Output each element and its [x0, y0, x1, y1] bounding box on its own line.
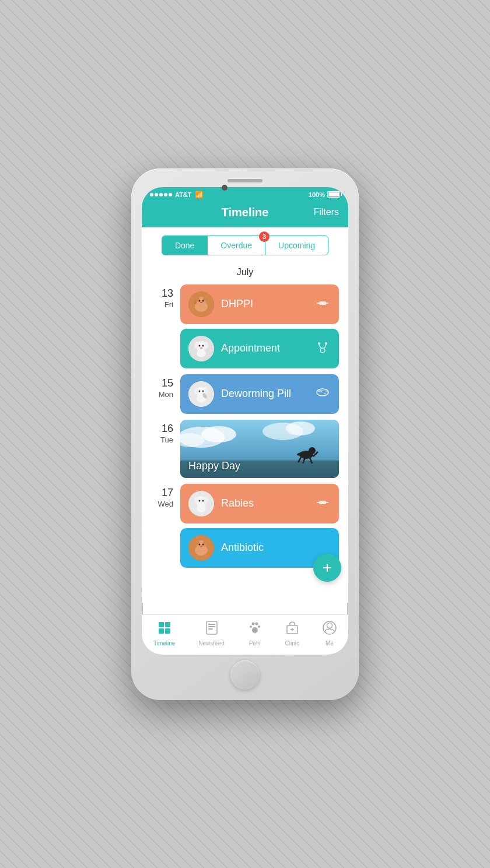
tab-done[interactable]: Done [162, 236, 207, 255]
grid-icon [158, 621, 172, 638]
svg-rect-72 [159, 628, 164, 634]
front-camera [222, 185, 228, 191]
phone-frame: AT&T 📶 100% Timeline Filters Done Overdu… [131, 168, 359, 700]
status-right: 100% [309, 191, 340, 198]
app-header: Timeline Filters [142, 201, 348, 227]
signal-bars [150, 193, 172, 196]
syringe-icon-2 [314, 494, 331, 514]
svg-point-25 [325, 342, 327, 345]
event-rabies[interactable]: Rabies [180, 484, 339, 523]
event-happyday[interactable]: Happy Day [180, 420, 339, 478]
date-17-wed: 17 Wed [151, 484, 180, 509]
svg-point-53 [194, 497, 199, 504]
person-icon [323, 621, 337, 638]
timeline-row-15: 15 Mon [151, 374, 339, 414]
svg-point-54 [204, 497, 208, 504]
svg-point-19 [199, 345, 201, 346]
event-deworming[interactable]: Deworming Pill [180, 374, 339, 414]
svg-point-42 [286, 421, 315, 435]
avatar-dog-white-appt [188, 336, 214, 361]
tab-upcoming[interactable]: Upcoming [265, 236, 328, 255]
nav-me[interactable]: Me [323, 621, 337, 646]
svg-point-86 [327, 623, 332, 628]
svg-point-21 [200, 347, 203, 349]
svg-rect-76 [208, 626, 215, 627]
events-13: DHPPI [180, 284, 339, 368]
status-left: AT&T 📶 [150, 191, 204, 199]
svg-rect-59 [326, 502, 328, 503]
svg-point-78 [251, 622, 254, 625]
svg-point-17 [194, 342, 199, 349]
svg-point-45 [309, 447, 316, 454]
svg-point-79 [255, 622, 258, 625]
svg-point-6 [202, 300, 204, 301]
event-dhppi-label: DHPPI [221, 298, 307, 310]
home-button[interactable] [230, 660, 260, 690]
bottom-nav: Timeline Newsfeed [142, 614, 348, 655]
nav-clinic[interactable]: Clinic [285, 621, 299, 646]
pill-icon [314, 384, 331, 404]
svg-rect-73 [165, 628, 170, 634]
svg-point-14 [322, 302, 324, 304]
svg-point-30 [199, 390, 201, 392]
nav-pets[interactable]: Pets [248, 621, 262, 646]
event-dhppi[interactable]: DHPPI [180, 284, 339, 324]
event-happyday-label: Happy Day [188, 460, 240, 472]
carrier-label: AT&T [175, 191, 192, 198]
tab-group: Done Overdue 3 Upcoming [162, 236, 328, 255]
svg-point-68 [202, 543, 204, 545]
header-title: Timeline [222, 206, 269, 219]
avatar-dog-white-dew [188, 381, 214, 407]
content-area: July 13 Fri [142, 261, 348, 603]
status-bar: AT&T 📶 100% [142, 187, 348, 201]
events-17: Rabies [180, 484, 339, 568]
event-antibiotic[interactable]: Antibiotic + [180, 528, 339, 568]
svg-point-82 [252, 627, 258, 633]
date-16-tue: 16 Tue [151, 420, 180, 445]
events-16: Happy Day [180, 420, 339, 478]
event-antibiotic-label: Antibiotic [221, 542, 331, 554]
avatar-dog-white-rab [188, 491, 214, 516]
battery-percentage: 100% [309, 191, 325, 198]
svg-point-39 [201, 426, 236, 442]
avatar-cat-orange-anti [188, 535, 214, 561]
battery-fill [328, 192, 339, 196]
filter-button[interactable]: Filters [313, 207, 339, 217]
avatar-cat-orange [188, 291, 214, 317]
svg-point-61 [322, 501, 324, 503]
tab-overdue[interactable]: Overdue 3 [207, 236, 265, 255]
svg-point-23 [320, 348, 325, 353]
nav-clinic-label: Clinic [285, 640, 299, 646]
svg-rect-71 [165, 622, 170, 627]
add-fab[interactable]: + [313, 554, 341, 582]
svg-point-28 [194, 387, 199, 394]
nav-newsfeed[interactable]: Newsfeed [198, 621, 224, 646]
phone-screen: AT&T 📶 100% Timeline Filters Done Overdu… [142, 187, 348, 655]
svg-rect-60 [317, 502, 320, 503]
svg-rect-77 [208, 628, 213, 630]
wifi-icon: 📶 [195, 191, 204, 199]
svg-rect-12 [326, 303, 328, 304]
events-15: Deworming Pill [180, 374, 339, 414]
nav-newsfeed-label: Newsfeed [198, 640, 224, 646]
svg-point-80 [250, 625, 252, 628]
svg-point-81 [258, 625, 260, 628]
svg-point-55 [199, 500, 201, 501]
fab-plus-icon: + [323, 560, 332, 576]
svg-point-29 [204, 387, 208, 394]
month-label: July [151, 261, 339, 284]
nav-timeline-label: Timeline [153, 640, 175, 646]
svg-rect-70 [159, 622, 164, 627]
svg-point-57 [197, 504, 206, 512]
tab-switcher: Done Overdue 3 Upcoming [142, 227, 348, 261]
nav-timeline[interactable]: Timeline [153, 621, 175, 646]
svg-point-56 [202, 500, 204, 501]
date-13-fri: 13 Fri [151, 284, 180, 310]
timeline-row-16: 16 Tue [151, 420, 339, 478]
clinic-icon [285, 621, 299, 638]
svg-point-67 [199, 543, 201, 545]
svg-point-36 [324, 392, 326, 394]
event-appointment[interactable]: Appointment [180, 329, 339, 368]
svg-point-20 [202, 345, 204, 346]
timeline-row-13: 13 Fri [151, 284, 339, 368]
